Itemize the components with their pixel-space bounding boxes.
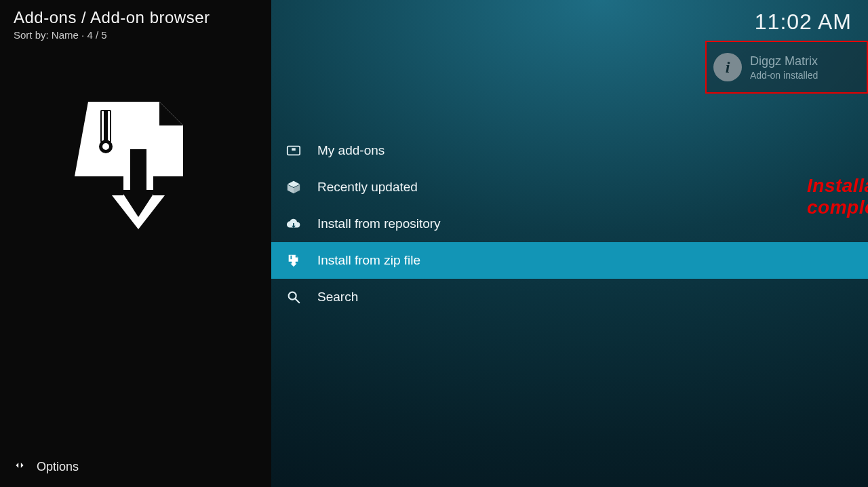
svg-rect-13 bbox=[292, 148, 296, 151]
svg-rect-2 bbox=[108, 111, 110, 141]
breadcrumb: Add-ons / Add-on browser bbox=[14, 8, 258, 28]
box-icon bbox=[285, 180, 302, 195]
notification-toast: i Diggz Matrix Add-on installed bbox=[705, 41, 868, 94]
svg-rect-14 bbox=[290, 256, 292, 260]
menu-item-label: Install from repository bbox=[317, 216, 441, 231]
zip-download-icon bbox=[75, 102, 197, 231]
search-icon bbox=[285, 290, 302, 305]
svg-marker-10 bbox=[16, 463, 19, 467]
cloud-icon bbox=[285, 216, 302, 231]
menu-item-label: Search bbox=[317, 290, 358, 305]
info-icon: i bbox=[713, 53, 742, 81]
menu-item-label: Recently updated bbox=[317, 180, 418, 195]
addons-icon bbox=[285, 143, 302, 158]
svg-rect-1 bbox=[102, 111, 104, 141]
install-from-zip-artwork bbox=[14, 102, 258, 231]
options-label: Options bbox=[37, 460, 79, 474]
options-icon bbox=[12, 458, 27, 476]
clock: 11:02 AM bbox=[755, 9, 852, 35]
svg-line-16 bbox=[296, 299, 300, 303]
menu-item-label: My add-ons bbox=[317, 143, 384, 158]
sort-by-label: Sort by: Name bbox=[14, 29, 79, 41]
menu-item-recently-updated[interactable]: Recently updated bbox=[271, 169, 868, 206]
sort-indicator: Sort by: Name · 4 / 5 bbox=[14, 29, 258, 41]
notification-subtitle: Add-on installed bbox=[750, 70, 818, 81]
zip-icon bbox=[285, 253, 302, 268]
main-panel: 11:02 AM My add-ons Recently updated Ins… bbox=[271, 0, 868, 487]
menu-item-label: Install from zip file bbox=[317, 253, 420, 268]
options-button[interactable]: Options bbox=[12, 458, 79, 476]
item-counter: 4 / 5 bbox=[87, 29, 106, 41]
menu-item-install-from-zip[interactable]: Install from zip file bbox=[271, 242, 868, 279]
menu-item-search[interactable]: Search bbox=[271, 279, 868, 315]
notification-title: Diggz Matrix bbox=[750, 54, 818, 69]
svg-marker-11 bbox=[21, 463, 24, 467]
addon-menu: My add-ons Recently updated Install from… bbox=[271, 132, 868, 315]
menu-item-install-from-repository[interactable]: Install from repository bbox=[271, 206, 868, 242]
svg-point-4 bbox=[102, 143, 109, 150]
sidebar-panel: Add-ons / Add-on browser Sort by: Name ·… bbox=[0, 0, 271, 487]
menu-item-my-addons[interactable]: My add-ons bbox=[271, 132, 868, 169]
annotation-text: Installation complete! bbox=[807, 175, 868, 218]
